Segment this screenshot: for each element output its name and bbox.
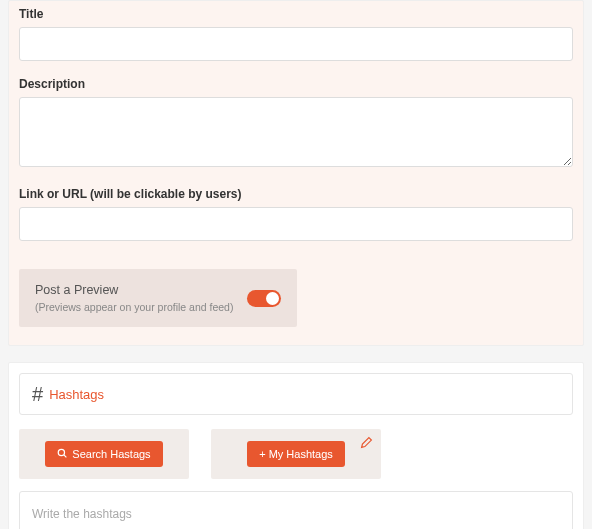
preview-toggle[interactable] — [247, 290, 281, 307]
hashtags-header: # Hashtags — [19, 373, 573, 415]
preview-title: Post a Preview — [35, 283, 247, 297]
link-input[interactable] — [19, 207, 573, 241]
hashtag-input-container — [19, 491, 573, 529]
svg-line-1 — [64, 455, 67, 458]
hashtags-section-title: Hashtags — [49, 387, 104, 402]
title-label: Title — [19, 1, 573, 27]
hashtags-card: # Hashtags Search Hastags + — [8, 362, 584, 529]
search-hashtags-label: Search Hastags — [72, 448, 150, 460]
preview-text-wrap: Post a Preview (Previews appear on your … — [35, 283, 247, 313]
description-group: Description — [19, 71, 573, 171]
description-textarea[interactable] — [19, 97, 573, 167]
hashtag-icon: # — [32, 384, 43, 404]
svg-point-0 — [59, 449, 65, 455]
search-icon — [57, 448, 67, 460]
title-group: Title — [19, 1, 573, 61]
link-group: Link or URL (will be clickable by users) — [19, 181, 573, 241]
preview-toggle-box: Post a Preview (Previews appear on your … — [19, 269, 297, 327]
search-hashtags-button[interactable]: Search Hastags — [45, 441, 162, 467]
my-hashtags-cell: + My Hashtags — [211, 429, 381, 479]
hashtag-buttons-row: Search Hastags + My Hashtags — [19, 429, 573, 479]
edit-icon[interactable] — [360, 435, 373, 453]
my-hashtags-label: + My Hashtags — [259, 448, 333, 460]
search-hashtags-cell: Search Hastags — [19, 429, 189, 479]
hashtag-input[interactable] — [32, 507, 560, 521]
preview-subtitle: (Previews appear on your profile and fee… — [35, 301, 247, 313]
link-label: Link or URL (will be clickable by users) — [19, 181, 573, 207]
title-input[interactable] — [19, 27, 573, 61]
my-hashtags-button[interactable]: + My Hashtags — [247, 441, 345, 467]
description-label: Description — [19, 71, 573, 97]
post-form-card: Title Description Link or URL (will be c… — [8, 0, 584, 346]
